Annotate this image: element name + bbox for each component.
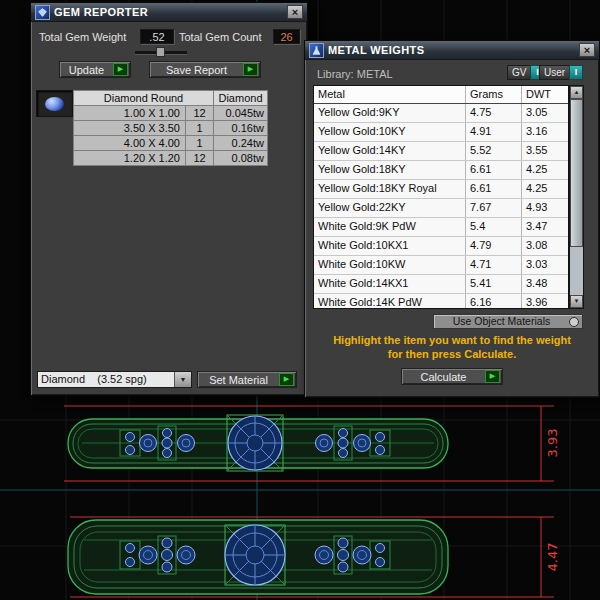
metal-row[interactable]: Yellow Gold:9KY 4.75 3.05 [314, 104, 568, 123]
instruction-line-2: for then press Calculate. [305, 347, 599, 361]
update-button-label: Update [60, 64, 113, 76]
go-arrow-icon: ▶ [485, 370, 500, 383]
gem-col-header-material: Diamond [214, 91, 268, 106]
metal-dwt: 4.93 [522, 199, 568, 217]
metal-dwt: 3.48 [522, 275, 568, 293]
save-report-button[interactable]: Save Report ▶ [149, 61, 261, 78]
gem-count: 12 [186, 106, 214, 121]
metal-row[interactable]: White Gold:14K PdW 6.16 3.96 [314, 294, 568, 309]
metal-row[interactable]: Yellow Gold:22KY 7.67 4.93 [314, 199, 568, 218]
gv-toggle-label: GV [507, 65, 530, 80]
dimension-label-bottom: 4.47 [545, 543, 560, 572]
metal-name: White Gold:14K PdW [314, 294, 466, 309]
metal-row[interactable]: Yellow Gold:14KY 5.52 3.55 [314, 142, 568, 161]
metal-row[interactable]: Yellow Gold:18KY Royal 6.61 4.25 [314, 180, 568, 199]
metal-row[interactable]: White Gold:10KW 4.71 3.03 [314, 256, 568, 275]
gem-size: 1.20 X 1.20 [74, 151, 186, 166]
metal-grams: 4.75 [466, 104, 522, 122]
user-toggle-button[interactable]: User I [539, 65, 583, 80]
gem-ball-icon [45, 97, 64, 111]
total-gem-weight-label: Total Gem Weight [39, 31, 126, 43]
metal-grams: 5.41 [466, 275, 522, 293]
metal-weights-title: METAL WEIGHTS [328, 44, 424, 56]
metal-name: White Gold:10KX1 [314, 237, 466, 255]
gem-slider-thumb[interactable] [156, 47, 165, 57]
gem-count: 1 [186, 136, 214, 151]
gem-reporter-titlebar[interactable]: GEM REPORTER × [31, 3, 307, 22]
metal-name: White Gold:14KX1 [314, 275, 466, 293]
chevron-down-icon[interactable]: ▼ [174, 372, 191, 387]
metal-dwt: 3.16 [522, 123, 568, 141]
metal-table-scrollbar[interactable]: ▲ ▼ [569, 85, 584, 309]
calculate-button[interactable]: Calculate ▶ [401, 368, 503, 385]
flask-icon [309, 43, 324, 58]
metal-dwt: 4.25 [522, 180, 568, 198]
user-toggle-label: User [539, 65, 569, 80]
gem-reporter-icon [35, 5, 50, 20]
metal-name: White Gold:9K PdW [314, 218, 466, 236]
close-icon[interactable]: × [287, 5, 303, 19]
total-gem-weight-field[interactable]: .52 [140, 29, 174, 44]
gem-reporter-title: GEM REPORTER [54, 6, 148, 18]
use-object-materials-button[interactable]: Use Object Materials [433, 314, 583, 329]
metal-row[interactable]: Yellow Gold:10KY 4.91 3.16 [314, 123, 568, 142]
gem-reporter-window: GEM REPORTER × Total Gem Weight .52 Tota… [30, 2, 308, 396]
total-gem-count-label: Total Gem Count [179, 31, 262, 43]
metal-weights-titlebar[interactable]: METAL WEIGHTS × [305, 41, 599, 60]
set-material-button-label: Set Material [198, 374, 279, 386]
library-label: Library: METAL [317, 68, 393, 80]
col-header-metal: Metal [314, 86, 466, 103]
metal-row[interactable]: White Gold:14KX1 5.41 3.48 [314, 275, 568, 294]
metal-grams: 4.79 [466, 237, 522, 255]
metal-row[interactable]: White Gold:9K PdW 5.4 3.47 [314, 218, 568, 237]
gem-weight: 0.24tw [214, 136, 268, 151]
metal-name: Yellow Gold:18KY [314, 161, 466, 179]
metal-name: Yellow Gold:18KY Royal [314, 180, 466, 198]
metal-dwt: 4.25 [522, 161, 568, 179]
radio-circle-icon [569, 317, 579, 327]
scroll-up-icon[interactable]: ▲ [570, 86, 583, 99]
metal-name: Yellow Gold:14KY [314, 142, 466, 160]
gem-table-row[interactable]: 4.00 X 4.00 1 0.24tw [74, 136, 268, 151]
save-report-button-label: Save Report [150, 64, 243, 76]
gem-weight: 0.08tw [214, 151, 268, 166]
metal-name: Yellow Gold:22KY [314, 199, 466, 217]
use-object-materials-label: Use Object Materials [434, 315, 569, 328]
metal-row[interactable]: White Gold:10KX1 4.79 3.08 [314, 237, 568, 256]
scroll-down-icon[interactable]: ▼ [570, 295, 583, 308]
metal-name: White Gold:10KW [314, 256, 466, 274]
user-indicator: I [569, 65, 583, 80]
instruction-line-1: Highlight the item you want to find the … [305, 333, 599, 347]
gem-table-header: Diamond Round Diamond [74, 91, 268, 106]
instruction-text: Highlight the item you want to find the … [305, 333, 599, 361]
close-icon[interactable]: × [579, 43, 595, 57]
metal-row[interactable]: Yellow Gold:18KY 6.61 4.25 [314, 161, 568, 180]
metal-grams: 6.61 [466, 161, 522, 179]
gem-table-row[interactable]: 1.00 X 1.00 12 0.045tw [74, 106, 268, 121]
metal-dwt: 3.03 [522, 256, 568, 274]
material-dropdown[interactable]: Diamond (3.52 spg) ▼ [37, 371, 192, 388]
metal-grams: 4.91 [466, 123, 522, 141]
metal-name: Yellow Gold:10KY [314, 123, 466, 141]
metal-grams: 7.67 [466, 199, 522, 217]
col-header-dwt: DWT [522, 86, 568, 103]
go-arrow-icon: ▶ [243, 63, 258, 76]
dimension-label-top: 3.93 [545, 429, 560, 458]
gem-count: 12 [186, 151, 214, 166]
go-arrow-icon: ▶ [279, 373, 294, 386]
update-button[interactable]: Update ▶ [59, 61, 131, 78]
center-gem-bottom [225, 525, 285, 585]
scrollbar-thumb[interactable] [570, 99, 583, 247]
gem-table-row[interactable]: 1.20 X 1.20 12 0.08tw [74, 151, 268, 166]
gem-size: 1.00 X 1.00 [74, 106, 186, 121]
gem-table: Diamond Round Diamond 1.00 X 1.00 12 0.0… [73, 90, 268, 166]
go-arrow-icon: ▶ [113, 63, 128, 76]
gem-size: 4.00 X 4.00 [74, 136, 186, 151]
metal-dwt: 3.47 [522, 218, 568, 236]
gem-table-row[interactable]: 3.50 X 3.50 1 0.16tw [74, 121, 268, 136]
set-material-button[interactable]: Set Material ▶ [197, 371, 297, 388]
gem-size: 3.50 X 3.50 [74, 121, 186, 136]
metal-table-header: Metal Grams DWT [314, 86, 568, 104]
total-gem-count-field[interactable]: 26 [273, 29, 300, 44]
screen: 3.93 4.47 GEM REPORTER × Total Gem Weigh… [0, 0, 600, 600]
